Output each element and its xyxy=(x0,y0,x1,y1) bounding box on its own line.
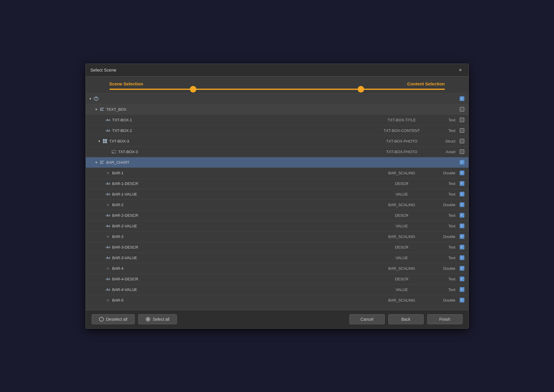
bar4-value-checkbox[interactable] xyxy=(460,287,464,292)
tree-row-bar1-descr[interactable]: -Aɑ- BAR-1-DESCR DESCR Text xyxy=(86,178,468,189)
tree-row-bar4-descr[interactable]: -Aɑ- BAR-4-DESCR DESCR Text xyxy=(86,274,468,285)
expand-root[interactable]: ▼ xyxy=(88,97,93,100)
textbox-group-checkbox[interactable] xyxy=(460,107,464,112)
bar1-descr-check[interactable] xyxy=(458,181,466,186)
bar2-value-type: Text xyxy=(434,224,458,228)
tree-row-barchart-group[interactable]: ▼ BAR_CHART xyxy=(86,157,468,168)
bar1-value-checkbox[interactable] xyxy=(460,192,464,196)
ab-icon-bar4-descr: -Aɑ- xyxy=(105,277,111,281)
bar1-checkbox[interactable] xyxy=(460,171,464,175)
bar3-descr-check[interactable] xyxy=(458,245,466,249)
tree-row-bar1[interactable]: π BAR-1 BAR_SCALING Double xyxy=(86,168,468,178)
tree-row-bar3-value[interactable]: -Aɑ- BAR-3-VALUE VALUE Text xyxy=(86,253,468,263)
bar3-checkbox[interactable] xyxy=(460,234,464,239)
deselect-all-button[interactable]: Deselect all xyxy=(92,314,135,324)
bar2-value-binding: VALUE xyxy=(369,224,434,228)
barchart-group-checkbox[interactable] xyxy=(460,160,464,165)
close-button[interactable]: × xyxy=(457,67,464,73)
barchart-group-name: BAR_CHART xyxy=(105,160,369,165)
tree-row-bar2-descr[interactable]: -Aɑ- BAR-2-DESCR DESCR Text xyxy=(86,210,468,221)
barchart-group-check[interactable] xyxy=(458,160,466,165)
tree-row-txtbox3-asset[interactable]: TXT-BOX-3 TXT-BOX-PHOTO Asset xyxy=(86,147,468,157)
txtbox3-group-check[interactable] xyxy=(458,139,466,143)
bar2-check[interactable] xyxy=(458,202,466,207)
bar1-descr-name: BAR-1-DESCR xyxy=(111,181,369,186)
txtbox3-group-checkbox[interactable] xyxy=(460,139,464,143)
bar2-descr-checkbox[interactable] xyxy=(460,213,464,218)
ab-icon-bar1-descr: -Aɑ- xyxy=(105,182,111,185)
txtbox3-group-name: TXT-BOX-3 xyxy=(108,139,369,143)
txtbox2-check[interactable] xyxy=(458,128,466,133)
bar3-value-checkbox[interactable] xyxy=(460,255,464,260)
progress-dot-step2 xyxy=(358,86,364,92)
cancel-button[interactable]: Cancel xyxy=(349,314,385,324)
bar1-descr-checkbox[interactable] xyxy=(460,181,464,186)
textbox-group-check[interactable] xyxy=(458,107,466,112)
bar2-descr-binding: DESCR xyxy=(369,213,434,218)
root-check[interactable] xyxy=(458,96,466,101)
bar4-value-check[interactable] xyxy=(458,287,466,292)
bar4-checkbox[interactable] xyxy=(460,266,464,271)
txtbox3-asset-checkbox[interactable] xyxy=(460,149,464,154)
ab-icon-bar4-value: -Aɑ- xyxy=(105,288,111,291)
pi-icon-bar1: π xyxy=(105,171,111,175)
bar2-type: Double xyxy=(434,203,458,207)
expand-txtbox3[interactable]: ▼ xyxy=(97,140,102,143)
txtbox1-checkbox[interactable] xyxy=(460,118,464,122)
txtbox3-asset-check[interactable] xyxy=(458,149,466,154)
image-icon-txtbox3 xyxy=(111,150,117,153)
bar2-value-checkbox[interactable] xyxy=(460,224,464,228)
dialog-title: Select Scene xyxy=(91,67,116,72)
progress-track xyxy=(109,89,445,90)
back-button[interactable]: Back xyxy=(388,314,424,324)
tree-row-root[interactable]: ▼ xyxy=(86,94,468,104)
tree-row-txtbox3-group[interactable]: ▼ TXT-BOX-3 TXT-BOX-PHOTO Struct xyxy=(86,136,468,147)
tree-row-textbox-group[interactable]: ▼ TEXT_BOX xyxy=(86,104,468,115)
bar1-check[interactable] xyxy=(458,171,466,175)
bar2-checkbox[interactable] xyxy=(460,202,464,207)
tree-row-bar5[interactable]: π BAR-5 BAR_SCALING Double xyxy=(86,295,468,306)
tree-row-bar4-value[interactable]: -Aɑ- BAR-4-VALUE VALUE Text xyxy=(86,285,468,295)
txtbox3-group-type: Struct xyxy=(434,139,458,143)
txtbox2-name: TXT-BOX-2 xyxy=(111,128,369,133)
select-all-button[interactable]: ✓ Select all xyxy=(138,314,177,324)
footer: Deselect all ✓ Select all Cancel Back Fi… xyxy=(86,310,468,328)
tree-row-bar2[interactable]: π BAR-2 BAR_SCALING Double xyxy=(86,200,468,210)
tree-row-bar2-value[interactable]: -Aɑ- BAR-2-VALUE VALUE Text xyxy=(86,221,468,231)
bar4-descr-checkbox[interactable] xyxy=(460,277,464,281)
bar5-name: BAR-5 xyxy=(111,298,369,302)
ab-icon-bar1-value: -Aɑ- xyxy=(105,193,111,196)
bar3-check[interactable] xyxy=(458,234,466,239)
bar5-check[interactable] xyxy=(458,298,466,302)
txtbox1-type: Text xyxy=(434,118,458,122)
bar3-value-check[interactable] xyxy=(458,255,466,260)
tree-row-txtbox1[interactable]: -Aɑ- TXT-BOX-1 TXT-BOX-TITLE Text xyxy=(86,115,468,125)
root-checkbox[interactable] xyxy=(460,96,464,101)
bar3-name: BAR-3 xyxy=(111,234,369,239)
bar2-value-check[interactable] xyxy=(458,224,466,228)
txtbox1-check[interactable] xyxy=(458,118,466,122)
expand-textbox[interactable]: ▼ xyxy=(94,108,99,111)
tree-row-bar3-descr[interactable]: -Aɑ- BAR-3-DESCR DESCR Text xyxy=(86,242,468,253)
deselect-icon xyxy=(99,317,104,322)
expand-barchart[interactable]: ▼ xyxy=(94,161,99,164)
bar4-descr-type: Text xyxy=(434,277,458,281)
bar4-value-type: Text xyxy=(434,287,458,292)
bar4-descr-check[interactable] xyxy=(458,277,466,281)
bar4-descr-name: BAR-4-DESCR xyxy=(111,277,369,281)
tree-row-bar1-value[interactable]: -Aɑ- BAR-1-VALUE VALUE Text xyxy=(86,189,468,200)
pi-icon-bar5: π xyxy=(105,298,111,302)
txtbox2-checkbox[interactable] xyxy=(460,128,464,133)
content-area[interactable]: ▼ ▼ TEXT_BOX xyxy=(86,94,468,310)
finish-button[interactable]: Finish xyxy=(427,314,463,324)
bar3-descr-checkbox[interactable] xyxy=(460,245,464,249)
bar2-descr-check[interactable] xyxy=(458,213,466,218)
bar3-value-type: Text xyxy=(434,256,458,260)
bar5-checkbox[interactable] xyxy=(460,298,464,302)
bar1-value-check[interactable] xyxy=(458,192,466,196)
bar4-check[interactable] xyxy=(458,266,466,271)
tree-row-txtbox2[interactable]: -Aɑ- TXT-BOX-2 TXT-BOX-CONTENT Text xyxy=(86,125,468,136)
tree-row-bar3[interactable]: π BAR-3 BAR_SCALING Double xyxy=(86,231,468,242)
pi-icon-bar4: π xyxy=(105,266,111,271)
tree-row-bar4[interactable]: π BAR-4 BAR_SCALING Double xyxy=(86,263,468,274)
